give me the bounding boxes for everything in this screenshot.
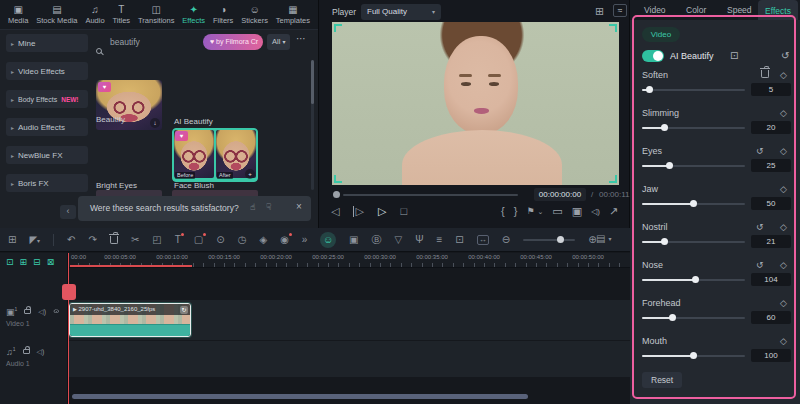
auto-ripple-icon[interactable]: ⊠ bbox=[47, 257, 55, 267]
video-preview[interactable] bbox=[332, 22, 619, 185]
mute-track-icon[interactable]: ◁) bbox=[38, 308, 46, 316]
keyframe-icon[interactable]: ◇ bbox=[780, 260, 787, 270]
play-from-start-icon[interactable]: ▷ bbox=[353, 206, 363, 217]
motion-tracking-icon[interactable]: ⊙ bbox=[216, 235, 224, 245]
sidebar-item-mine[interactable]: ▸Mine bbox=[6, 34, 88, 52]
slimming-slider[interactable] bbox=[642, 127, 745, 129]
selection-handle[interactable] bbox=[609, 175, 617, 183]
tab-transitions[interactable]: ◫Transitions bbox=[138, 5, 174, 25]
mask-icon[interactable]: ▢ bbox=[194, 235, 203, 245]
selection-handle[interactable] bbox=[334, 175, 342, 183]
broll-icon[interactable]: Ⓑ bbox=[371, 235, 381, 245]
tab-effects[interactable]: ✦Effects bbox=[182, 5, 205, 25]
split-scissors-icon[interactable]: ✂ bbox=[131, 235, 139, 245]
pip-icon[interactable]: ⊡ bbox=[455, 235, 463, 245]
nose-value[interactable]: 104 bbox=[751, 273, 791, 286]
slimming-value[interactable]: 20 bbox=[751, 121, 791, 134]
tab-templates[interactable]: ▦Templates bbox=[276, 5, 310, 25]
play-icon[interactable]: ▷ bbox=[378, 206, 386, 217]
audio-track-lane[interactable] bbox=[68, 341, 630, 377]
fullscreen-icon[interactable]: ↗ bbox=[609, 206, 618, 217]
layout-grid-icon[interactable]: ⊞ bbox=[8, 235, 16, 245]
keyframe-icon[interactable]: ◇ bbox=[780, 146, 787, 156]
sidebar-item-body-effects[interactable]: ▸Body EffectsNEW! bbox=[6, 90, 88, 108]
reset-param-icon[interactable]: ↺ bbox=[756, 222, 764, 232]
keyframe-icon[interactable]: ◇ bbox=[780, 184, 787, 194]
microphone-icon[interactable]: Ψ bbox=[415, 235, 423, 245]
keyframe-icon[interactable]: ◇ bbox=[780, 336, 787, 346]
close-icon[interactable]: × bbox=[296, 201, 302, 212]
playhead-grip[interactable] bbox=[62, 284, 76, 300]
seek-bar[interactable] bbox=[343, 194, 518, 196]
forehead-slider[interactable] bbox=[642, 317, 745, 319]
forehead-value[interactable]: 60 bbox=[751, 311, 791, 324]
quality-dropdown[interactable]: Full Quality ▾ bbox=[361, 4, 441, 20]
thumbs-up-icon[interactable]: ☝ bbox=[250, 202, 255, 212]
mute-track-icon[interactable]: ◁) bbox=[37, 348, 45, 356]
effects-scrollbar[interactable] bbox=[311, 60, 314, 190]
sidebar-collapse-button[interactable]: ‹ bbox=[60, 205, 76, 219]
clip-loop-icon[interactable]: ↻ bbox=[180, 306, 188, 314]
text-tool-icon[interactable]: T bbox=[175, 235, 181, 245]
nostril-value[interactable]: 21 bbox=[751, 235, 791, 248]
add-effect-icon[interactable]: + bbox=[245, 169, 255, 179]
speed-icon[interactable]: ◷ bbox=[238, 235, 247, 245]
video-section-pill[interactable]: Video bbox=[642, 27, 680, 42]
keyframe-tool-icon[interactable]: ◈ bbox=[259, 235, 267, 245]
timeline-clip[interactable]: ▶ 2907-uhd_3840_2160_25fps ↻ bbox=[69, 303, 191, 337]
tab-video[interactable]: Video bbox=[644, 0, 666, 20]
mark-out-icon[interactable]: } bbox=[514, 206, 518, 217]
tab-titles[interactable]: TTitles bbox=[112, 5, 130, 25]
thumbs-down-icon[interactable]: ☟ bbox=[266, 202, 271, 212]
sidebar-item-video-effects[interactable]: ▸Video Effects bbox=[6, 62, 88, 80]
jaw-slider[interactable] bbox=[642, 203, 745, 205]
timeline-ruler[interactable]: 00:00 00:00:05:00 00:00:10:00 00:00:15:0… bbox=[68, 253, 630, 268]
tracking-icon[interactable]: ⊡ bbox=[730, 50, 738, 61]
link-clips-icon[interactable]: ⊡ bbox=[6, 257, 14, 267]
tab-filters[interactable]: ◑Filters bbox=[213, 5, 233, 25]
selection-handle[interactable] bbox=[334, 24, 342, 32]
timeline-scrollbar[interactable] bbox=[72, 394, 528, 399]
compare-view-icon[interactable]: ⊞ bbox=[595, 6, 604, 17]
reset-param-icon[interactable]: ↺ bbox=[756, 260, 764, 270]
sidebar-item-newblue-fx[interactable]: ▸NewBlue FX bbox=[6, 146, 88, 164]
fit-timeline-icon[interactable]: ↔ bbox=[477, 235, 489, 245]
eyes-slider[interactable] bbox=[642, 165, 745, 167]
marker-icon[interactable]: ⚑ bbox=[526, 207, 534, 216]
more-options-button[interactable]: ⋯ bbox=[296, 33, 306, 44]
effect-card-ai-beautify[interactable]: ♥ Before After + bbox=[172, 128, 258, 182]
soften-slider[interactable] bbox=[642, 89, 745, 91]
snapshot-icon[interactable]: ▣ bbox=[572, 206, 582, 217]
download-icon[interactable]: ↓ bbox=[150, 118, 160, 128]
tab-stock-media[interactable]: ▤Stock Media bbox=[36, 5, 77, 25]
tab-media[interactable]: ▣Media bbox=[8, 5, 28, 25]
record-icon[interactable]: ◉ bbox=[280, 235, 289, 245]
keyframe-icon[interactable]: ◇ bbox=[780, 298, 787, 308]
jaw-value[interactable]: 50 bbox=[751, 197, 791, 210]
crop-icon[interactable]: ◰ bbox=[152, 235, 161, 245]
favorite-heart-icon[interactable]: ♥ bbox=[175, 131, 188, 141]
volume-icon[interactable]: ◁) bbox=[591, 208, 600, 216]
sidebar-item-boris-fx[interactable]: ▸Boris FX bbox=[6, 174, 88, 192]
tab-stickers[interactable]: ☺Stickers bbox=[241, 5, 268, 25]
filmora-creator-badge[interactable]: ♥ by Filmora Cr bbox=[203, 34, 263, 50]
filter-dropdown[interactable]: All ▾ bbox=[267, 34, 290, 50]
reset-param-icon[interactable]: ↺ bbox=[756, 146, 764, 156]
delete-icon[interactable] bbox=[110, 236, 118, 244]
seek-handle[interactable] bbox=[333, 191, 340, 198]
nostril-slider[interactable] bbox=[642, 241, 745, 243]
lock-track-icon[interactable] bbox=[24, 309, 31, 314]
tab-color[interactable]: Color bbox=[686, 0, 706, 20]
zoom-slider[interactable] bbox=[523, 239, 575, 241]
tab-audio[interactable]: ♫Audio bbox=[85, 5, 104, 25]
previous-frame-icon[interactable]: ◁ bbox=[331, 206, 339, 217]
tab-effects-active[interactable]: Effects bbox=[758, 0, 798, 20]
reset-effect-icon[interactable]: ↺ bbox=[781, 50, 789, 61]
ai-beauty-icon[interactable]: ☺ bbox=[320, 232, 336, 248]
render-preview-icon[interactable]: ▣ bbox=[349, 235, 358, 245]
zoom-out-icon[interactable]: ⊖ bbox=[502, 235, 510, 245]
keyframe-icon[interactable]: ◇ bbox=[780, 222, 787, 232]
redo-icon[interactable]: ↷ bbox=[89, 235, 97, 245]
keyframe-icon[interactable]: ◇ bbox=[780, 70, 787, 80]
track-manager-icon[interactable]: ▤ bbox=[596, 234, 605, 244]
